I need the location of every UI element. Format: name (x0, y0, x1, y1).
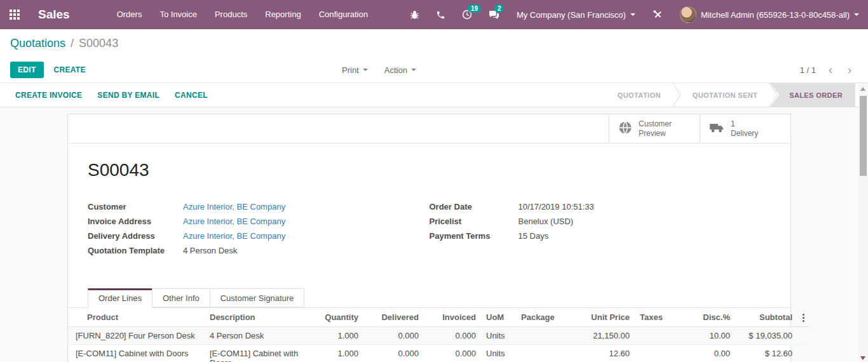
menu-orders[interactable]: Orders (108, 0, 151, 29)
cell-quantity[interactable]: 1.000 (313, 345, 363, 362)
cell-invoiced[interactable]: 0.000 (424, 345, 481, 362)
apps-menu-button[interactable] (0, 0, 29, 29)
customer-label: Customer (88, 202, 183, 211)
cell-package[interactable] (516, 327, 574, 345)
activity-count-badge: 19 (468, 4, 481, 13)
col-product[interactable]: Product (68, 308, 205, 327)
cell-subtotal[interactable]: $ 12.60 (735, 345, 797, 362)
menu-reporting[interactable]: Reporting (256, 0, 309, 29)
cell-product[interactable]: [FURN_8220] Four Person Desk (68, 327, 205, 345)
user-menu[interactable]: Mitchell Admin (655926-13-0-80c458-all) (671, 0, 868, 29)
messages-button[interactable]: 2 (480, 0, 508, 29)
chevron-down-icon (630, 13, 635, 16)
invoice-address-value-link[interactable]: Azure Interior, BE Company (183, 217, 285, 226)
pager-previous-button[interactable]: ‹ (826, 64, 835, 76)
cell-uom[interactable]: Units (481, 345, 516, 362)
truck-icon (709, 121, 724, 137)
col-uom[interactable]: UoM (481, 308, 516, 327)
col-quantity[interactable]: Quantity (313, 308, 363, 327)
order-date-label: Order Date (430, 202, 519, 211)
cell-quantity[interactable]: 1.000 (313, 327, 363, 345)
cell-disc[interactable]: 10.00 (679, 327, 735, 345)
optional-columns-icon[interactable] (803, 312, 804, 322)
chevron-down-icon (411, 69, 416, 71)
app-brand-sales[interactable]: Sales (29, 8, 79, 22)
control-panel: EDIT CREATE Print Action 1 / 1 ‹ › (0, 57, 868, 83)
breadcrumb-separator: / (71, 37, 74, 50)
customer-value-link[interactable]: Azure Interior, BE Company (183, 202, 285, 211)
table-row[interactable]: [FURN_8220] Four Person Desk 4 Person De… (68, 327, 809, 345)
state-quotation-sent[interactable]: QUOTATION SENT (681, 83, 769, 107)
col-description[interactable]: Description (205, 308, 313, 327)
tools-icon (653, 10, 663, 20)
print-dropdown[interactable]: Print (342, 65, 368, 75)
main-menu: Orders To Invoice Products Reporting Con… (108, 0, 377, 29)
customer-preview-button[interactable]: Customer Preview (609, 114, 700, 144)
message-count-badge: 2 (494, 4, 505, 13)
col-disc[interactable]: Disc.% (679, 308, 735, 327)
menu-products[interactable]: Products (206, 0, 256, 29)
cell-description[interactable]: 4 Person Desk (205, 327, 313, 345)
menu-to-invoice[interactable]: To Invoice (151, 0, 206, 29)
voip-phone-button[interactable] (428, 0, 454, 29)
table-row[interactable]: [E-COM11] Cabinet with Doors [E-COM11] C… (68, 345, 809, 362)
cell-uom[interactable]: Units (481, 327, 516, 345)
col-package[interactable]: Package (516, 308, 574, 327)
action-label: Action (384, 65, 407, 75)
cell-package[interactable] (516, 345, 574, 362)
col-invoiced[interactable]: Invoiced (424, 308, 481, 327)
cell-delivered[interactable]: 0.000 (363, 345, 424, 362)
state-sales-order[interactable]: SALES ORDER (770, 83, 855, 107)
activities-button[interactable]: 19 (454, 0, 480, 29)
col-unit-price[interactable]: Unit Price (574, 308, 635, 327)
state-quotation[interactable]: QUOTATION (606, 83, 672, 107)
cell-taxes[interactable] (635, 345, 679, 362)
delivery-smart-button[interactable]: 1 Delivery (700, 114, 790, 144)
tab-order-lines[interactable]: Order Lines (88, 288, 153, 308)
col-delivered[interactable]: Delivered (363, 308, 424, 327)
scrollbar-thumb[interactable] (860, 96, 867, 176)
tab-other-info[interactable]: Other Info (152, 288, 210, 307)
delivery-address-value-link[interactable]: Azure Interior, BE Company (183, 231, 285, 241)
support-tools-button[interactable] (644, 0, 671, 29)
vertical-scrollbar[interactable] (858, 83, 868, 362)
cell-disc[interactable]: 0.00 (679, 345, 735, 362)
tab-customer-signature[interactable]: Customer Signature (210, 288, 305, 307)
cancel-button[interactable]: CANCEL (175, 91, 208, 100)
cell-taxes[interactable] (635, 327, 679, 345)
cell-subtotal[interactable]: $ 19,035.00 (735, 327, 797, 345)
cell-delivered[interactable]: 0.000 (363, 327, 424, 345)
scroll-down-arrow-icon[interactable] (860, 356, 865, 360)
breadcrumb: Quotations / S00043 (0, 29, 868, 57)
pricelist-label: Pricelist (430, 217, 519, 226)
quotation-template-value: 4 Person Desk (183, 246, 237, 255)
action-dropdown[interactable]: Action (384, 65, 416, 75)
col-subtotal[interactable]: Subtotal (735, 308, 797, 327)
company-switcher[interactable]: My Company (San Francisco) (508, 0, 644, 29)
pricelist-value: Benelux (USD) (519, 217, 574, 226)
cell-invoiced[interactable]: 0.000 (424, 327, 481, 345)
edit-button[interactable]: EDIT (10, 62, 44, 78)
create-invoice-button[interactable]: CREATE INVOICE (15, 91, 82, 100)
cell-description[interactable]: [E-COM11] Cabinet with Doors (205, 345, 313, 362)
send-by-email-button[interactable]: SEND BY EMAIL (97, 91, 159, 100)
menu-configuration[interactable]: Configuration (310, 0, 377, 29)
top-navbar: Sales Orders To Invoice Products Reporti… (0, 0, 868, 29)
cell-unit-price[interactable]: 12.60 (574, 345, 635, 362)
col-taxes[interactable]: Taxes (635, 308, 679, 327)
delivery-count: 1 (731, 119, 735, 128)
create-button[interactable]: CREATE (54, 65, 86, 74)
order-lines-table: Product Description Quantity Delivered I… (68, 308, 809, 362)
scroll-up-arrow-icon[interactable] (860, 87, 865, 91)
debug-menu-button[interactable] (402, 0, 428, 29)
pager-next-button[interactable]: › (845, 64, 854, 76)
apps-grid-icon (10, 10, 20, 20)
delivery-label: Delivery (731, 129, 758, 138)
cell-product[interactable]: [E-COM11] Cabinet with Doors (68, 345, 205, 362)
breadcrumb-current: S00043 (79, 37, 118, 50)
breadcrumb-quotations-link[interactable]: Quotations (10, 37, 65, 50)
cell-unit-price[interactable]: 21,150.00 (574, 327, 635, 345)
customer-preview-label-2: Preview (639, 129, 666, 138)
chevron-down-icon (363, 69, 368, 71)
invoice-address-label: Invoice Address (88, 217, 183, 226)
